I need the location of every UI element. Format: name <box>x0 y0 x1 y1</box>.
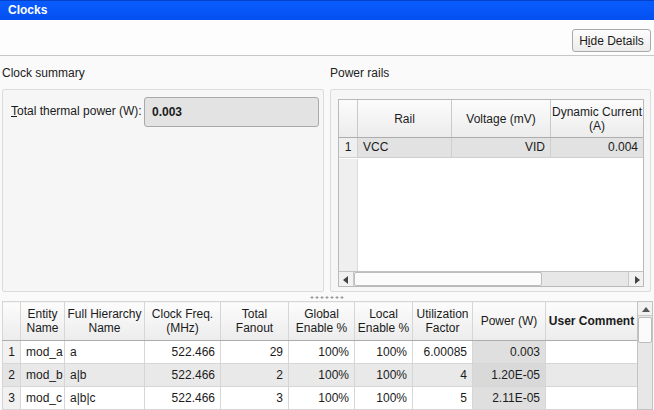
hierarchy-cell[interactable]: a <box>65 341 145 364</box>
details-toolbar: Hide Details <box>0 20 654 56</box>
clocks-table-header-row: Entity Name Full Hierarchy Name Clock Fr… <box>3 302 638 341</box>
table-row[interactable]: 2 mod_b a|b 522.466 2 100% 100% 4 1.20E-… <box>3 364 638 387</box>
scroll-up-button[interactable] <box>638 302 652 316</box>
hide-details-label-rest: de Details <box>590 34 643 48</box>
col-local-enable[interactable]: Local Enable % <box>355 302 413 341</box>
col-clock-freq[interactable]: Clock Freq. (MHz) <box>145 302 221 341</box>
utilization-cell[interactable]: 4 <box>413 364 473 387</box>
hide-details-button[interactable]: Hide Details <box>572 29 651 52</box>
power-rails-col-voltage[interactable]: Voltage (mV) <box>452 100 551 137</box>
global-enable-cell[interactable]: 100% <box>289 364 355 387</box>
hierarchy-cell[interactable]: a|b <box>65 364 145 387</box>
voltage-cell[interactable]: VID <box>452 138 551 157</box>
local-enable-cell[interactable]: 100% <box>355 364 413 387</box>
fanout-cell[interactable]: 2 <box>221 364 289 387</box>
fanout-cell[interactable]: 3 <box>221 387 289 410</box>
col-power[interactable]: Power (W) <box>473 302 546 341</box>
total-thermal-power-field[interactable]: 0.003 <box>144 97 319 127</box>
hscrollbar-thumb[interactable] <box>354 272 542 286</box>
row-number: 1 <box>339 138 358 157</box>
hscrollbar-track[interactable] <box>354 272 628 286</box>
clocks-table-vscrollbar[interactable] <box>637 301 653 410</box>
power-rails-group: Rail Voltage (mV) Dynamic Current (A) 1 … <box>330 89 651 292</box>
power-rails-table: Rail Voltage (mV) Dynamic Current (A) 1 … <box>338 99 644 287</box>
table-row[interactable]: 1 mod_a a 522.466 29 100% 100% 6.00085 0… <box>3 341 638 364</box>
power-rails-header-row: Rail Voltage (mV) Dynamic Current (A) <box>339 100 643 138</box>
vscrollbar-thumb[interactable] <box>638 317 652 343</box>
fanout-cell[interactable]: 29 <box>221 341 289 364</box>
table-row[interactable]: 3 mod_c a|b|c 522.466 3 100% 100% 5 2.11… <box>3 387 638 410</box>
power-rails-group-label: Power rails <box>330 66 389 80</box>
entity-cell[interactable]: mod_a <box>21 341 65 364</box>
user-comment-cell[interactable] <box>546 341 638 364</box>
user-comment-cell[interactable] <box>546 364 638 387</box>
local-enable-cell[interactable]: 100% <box>355 387 413 410</box>
col-total-fanout[interactable]: Total Fanout <box>221 302 289 341</box>
power-cell[interactable]: 2.11E-05 <box>473 387 546 410</box>
col-full-hierarchy-name[interactable]: Full Hierarchy Name <box>65 302 145 341</box>
row-number: 2 <box>3 364 21 387</box>
power-rails-col-dynamic-current[interactable]: Dynamic Current (A) <box>551 100 643 137</box>
col-user-comment[interactable]: User Comment <box>546 302 638 341</box>
freq-cell[interactable]: 522.466 <box>145 341 221 364</box>
power-cell[interactable]: 0.003 <box>473 341 546 364</box>
clock-summary-group: Total thermal power (W): 0.003 <box>2 89 324 292</box>
power-cell[interactable]: 1.20E-05 <box>473 364 546 387</box>
power-rails-corner-header <box>339 100 358 137</box>
entity-cell[interactable]: mod_c <box>21 387 65 410</box>
total-label-rest: otal thermal power (W): <box>17 104 142 118</box>
user-comment-cell[interactable] <box>546 387 638 410</box>
global-enable-cell[interactable]: 100% <box>289 341 355 364</box>
utilization-cell[interactable]: 5 <box>413 387 473 410</box>
splitter-dots-icon <box>309 296 345 299</box>
global-enable-cell[interactable]: 100% <box>289 387 355 410</box>
freq-cell[interactable]: 522.466 <box>145 364 221 387</box>
power-rails-col-rail[interactable]: Rail <box>358 100 452 137</box>
corner-header <box>3 302 21 341</box>
row-number: 3 <box>3 387 21 410</box>
dynamic-current-cell[interactable]: 0.004 <box>551 138 643 157</box>
clocks-table: Entity Name Full Hierarchy Name Clock Fr… <box>2 301 638 410</box>
col-utilization-factor[interactable]: Utilization Factor <box>413 302 473 341</box>
panel-title: Clocks <box>0 0 654 20</box>
hierarchy-cell[interactable]: a|b|c <box>65 387 145 410</box>
power-rails-hscrollbar[interactable] <box>339 271 643 286</box>
freq-cell[interactable]: 522.466 <box>145 387 221 410</box>
local-enable-cell[interactable]: 100% <box>355 341 413 364</box>
clock-summary-group-label: Clock summary <box>2 66 85 80</box>
clocks-report-panel: Clocks Hide Details Clock summary Total … <box>0 0 654 410</box>
scroll-right-button[interactable] <box>628 272 643 286</box>
entity-cell[interactable]: mod_b <box>21 364 65 387</box>
col-entity-name[interactable]: Entity Name <box>21 302 65 341</box>
col-global-enable[interactable]: Global Enable % <box>289 302 355 341</box>
utilization-cell[interactable]: 6.00085 <box>413 341 473 364</box>
splitter-handle[interactable] <box>0 294 654 301</box>
scroll-left-button[interactable] <box>339 272 354 286</box>
hide-details-label: H <box>579 34 588 48</box>
up-arrow-icon <box>642 307 650 312</box>
right-arrow-icon <box>635 276 640 284</box>
rail-cell[interactable]: VCC <box>358 138 452 157</box>
total-thermal-power-label: Total thermal power (W): <box>11 104 142 118</box>
row-header-strip <box>339 159 358 271</box>
power-rails-row[interactable]: 1 VCC VID 0.004 <box>339 138 643 158</box>
row-number: 1 <box>3 341 21 364</box>
left-arrow-icon <box>343 276 348 284</box>
